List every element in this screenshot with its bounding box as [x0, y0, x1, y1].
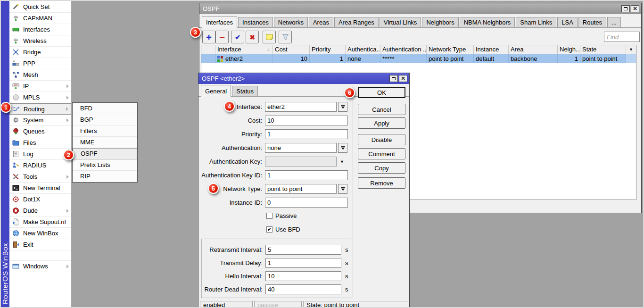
cost-input[interactable]: [265, 116, 348, 125]
sidebar-item-windows[interactable]: Windows: [9, 261, 71, 272]
sidebar-item-new-terminal[interactable]: New Terminal: [9, 183, 71, 194]
sidebar-item-log[interactable]: Log: [9, 149, 71, 160]
tab-neighbors[interactable]: Neighbors: [422, 17, 458, 27]
tab-area-ranges[interactable]: Area Ranges: [334, 17, 379, 27]
tab-lsa[interactable]: LSA: [557, 17, 578, 27]
sidebar-item-exit[interactable]: Exit: [9, 239, 71, 250]
step-badge-3: 3: [190, 27, 201, 38]
remove-button[interactable]: Remove: [358, 177, 405, 189]
sidebar-item-radius[interactable]: RADIUS: [9, 160, 71, 171]
sidebar-item-tools[interactable]: Tools: [9, 171, 71, 183]
sidebar-item-dot1x[interactable]: Dot1X: [9, 194, 71, 205]
ospf-window-titlebar[interactable]: OSPF: [199, 3, 641, 14]
hello-interval-input[interactable]: [265, 271, 341, 281]
disable-button[interactable]: ✖: [246, 31, 259, 43]
router-dead-interval-input[interactable]: [265, 284, 341, 294]
tab-networks[interactable]: Networks: [274, 17, 308, 27]
cancel-button[interactable]: Cancel: [358, 104, 405, 115]
header-state[interactable]: State: [580, 45, 626, 54]
apply-button[interactable]: Apply: [358, 117, 405, 129]
comment-button[interactable]: Comment: [358, 148, 405, 159]
sidebar-item-capsman[interactable]: CAPsMAN: [9, 13, 71, 24]
dialog-titlebar[interactable]: OSPF <ether2>: [198, 73, 409, 84]
network-type-input[interactable]: [265, 184, 337, 194]
sidebar-item-system[interactable]: System: [9, 115, 71, 126]
disable-button[interactable]: Disable: [358, 134, 405, 145]
header-authentication[interactable]: Authentica...: [346, 45, 380, 54]
interface-input[interactable]: [265, 102, 337, 112]
tab-interfaces[interactable]: Interfaces: [202, 16, 237, 28]
transmit-delay-input[interactable]: [265, 258, 341, 268]
header-neighbors[interactable]: Neigh...: [558, 45, 580, 54]
sidebar-item-make-supout[interactable]: Make Supout.rif: [9, 216, 71, 228]
add-button[interactable]: +: [202, 31, 215, 43]
header-area[interactable]: Area: [509, 45, 558, 54]
header-network-type[interactable]: Network Type: [427, 45, 474, 54]
submenu-item-bgp[interactable]: BGP: [73, 114, 137, 125]
table-row-ether2[interactable]: ether2 10 1 none ***** point to point de…: [201, 54, 636, 63]
dropdown-bar-arrow-icon: [341, 105, 345, 109]
copy-button[interactable]: Copy: [358, 162, 405, 174]
sidebar-item-quick-set[interactable]: Quick Set: [9, 1, 71, 13]
sidebar-item-ip[interactable]: IP: [9, 81, 71, 92]
sidebar-item-mesh[interactable]: Mesh: [9, 69, 71, 81]
column-select-dropdown[interactable]: ▼: [626, 45, 636, 54]
close-button[interactable]: ✕: [631, 5, 639, 12]
sidebar-item-queues[interactable]: Queues: [9, 126, 71, 137]
header-authentication-key[interactable]: Authentication ...: [380, 45, 427, 54]
ok-button[interactable]: OK: [358, 87, 405, 98]
sidebar-item-routing[interactable]: Routing: [9, 103, 71, 115]
sidebar-item-new-winbox[interactable]: New WinBox: [9, 228, 71, 239]
authentication-input[interactable]: [265, 143, 337, 153]
comment-button[interactable]: [263, 31, 276, 43]
tab-general[interactable]: General: [201, 85, 231, 97]
submenu-item-prefix-lists[interactable]: Prefix Lists: [73, 159, 137, 171]
expand-arrow-icon[interactable]: ▼: [340, 159, 344, 164]
header-blank[interactable]: [201, 45, 215, 54]
authentication-key-input: [265, 157, 337, 166]
passive-checkbox[interactable]: [266, 213, 272, 219]
maximize-button[interactable]: [389, 75, 398, 82]
instance-id-input[interactable]: [265, 198, 348, 208]
close-button[interactable]: ✕: [399, 75, 407, 82]
priority-input[interactable]: [265, 129, 348, 139]
enable-button[interactable]: ✔: [231, 31, 244, 43]
authentication-key-id-input[interactable]: [265, 170, 348, 180]
tab-status[interactable]: Status: [232, 86, 258, 96]
header-priority[interactable]: Priority: [310, 45, 346, 54]
find-input[interactable]: [604, 32, 640, 42]
sidebar-item-mpls[interactable]: MPLS: [9, 92, 71, 103]
sidebar-item-interfaces[interactable]: Interfaces: [9, 24, 71, 35]
retransmit-interval-input[interactable]: [265, 245, 341, 255]
header-cost[interactable]: Cost: [273, 45, 310, 54]
tab-nbma-neighbors[interactable]: NBMA Neighbors: [460, 17, 515, 27]
header-interface[interactable]: Interface▲: [215, 45, 273, 54]
dialog-separator: [353, 86, 353, 298]
submenu-item-filters[interactable]: Filters: [73, 125, 137, 137]
submenu-item-mme[interactable]: MME: [73, 137, 137, 148]
sidebar-item-bridge[interactable]: Bridge: [9, 47, 71, 58]
remove-button[interactable]: −: [215, 31, 229, 43]
tab-instances[interactable]: Instances: [238, 17, 273, 27]
sidebar-item-label: Quick Set: [23, 3, 50, 10]
submenu-item-rip[interactable]: RIP: [73, 171, 137, 182]
tab-routes[interactable]: Routes: [578, 17, 606, 27]
sidebar-item-wireless[interactable]: Wireless: [9, 35, 71, 47]
tab-sham-links[interactable]: Sham Links: [516, 17, 556, 27]
tab-areas[interactable]: Areas: [309, 17, 333, 27]
tab-virtual-links[interactable]: Virtual Links: [380, 17, 421, 27]
wireless-icon: [12, 37, 19, 44]
header-instance[interactable]: Instance: [474, 45, 509, 54]
network-type-dropdown-button[interactable]: [338, 184, 347, 194]
submenu-item-bfd[interactable]: BFD: [73, 103, 137, 114]
sidebar-item-dude[interactable]: Dude: [9, 205, 71, 216]
use-bfd-checkbox[interactable]: [266, 226, 272, 233]
maximize-button[interactable]: [621, 5, 630, 12]
interface-dropdown-button[interactable]: [338, 102, 347, 112]
filter-button[interactable]: [279, 31, 292, 43]
tab-more[interactable]: ...: [607, 17, 621, 27]
submenu-item-ospf[interactable]: OSPF: [73, 148, 137, 159]
authentication-dropdown-button[interactable]: [338, 143, 347, 153]
sidebar-item-ppp[interactable]: PPP: [9, 58, 71, 69]
sidebar-item-files[interactable]: Files: [9, 137, 71, 149]
